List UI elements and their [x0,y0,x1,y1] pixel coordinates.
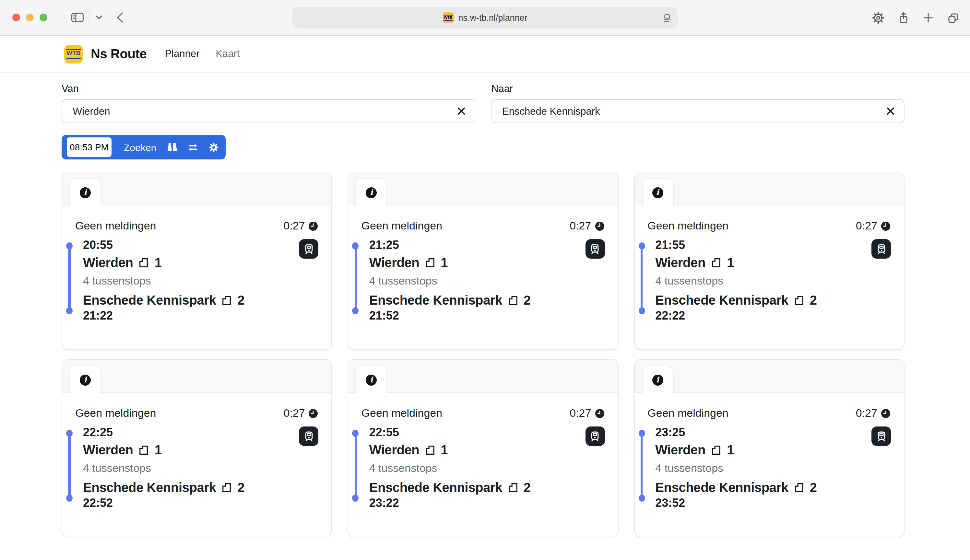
settings-gear-icon[interactable] [872,12,885,24]
journey-card: i Geen meldingen 0:27 [62,359,332,537]
clock-icon [594,408,604,419]
minimize-window-button[interactable] [26,13,34,22]
train-mode-button[interactable] [871,427,891,446]
depart-time: 21:25 [369,238,605,252]
to-station-input[interactable] [491,99,905,123]
clock-icon [594,221,604,232]
train-mode-button[interactable] [299,427,319,446]
clock-icon [308,408,319,419]
train-icon [304,431,314,442]
from-platform: 1 [155,254,162,271]
tab-overview-icon[interactable] [947,12,959,24]
from-station: Wierden [83,442,133,458]
settings-gear-icon[interactable] [208,142,219,153]
arrive-dot [352,307,359,314]
card-info-tab[interactable]: i [356,178,387,206]
from-station: Wierden [655,442,705,458]
page-settings-icon[interactable] [663,13,672,23]
status-text: Geen meldingen [361,220,442,233]
back-button[interactable] [116,12,124,23]
to-station: Enschede Kennispark [655,479,788,496]
train-mode-button[interactable] [585,427,604,446]
card-header-strip: i [634,360,904,393]
share-icon[interactable] [898,12,909,24]
timeline-rail [638,242,645,314]
nav-item-planner[interactable]: Planner [165,48,199,60]
arrive-dot [352,495,359,502]
zoom-window-button[interactable] [40,13,47,22]
stops-text: 4 tussenstops [369,273,605,290]
journey-timeline: 22:55 Wierden 1 4 tussenstops Enschede K… [361,425,605,510]
platform-icon [508,482,518,493]
card-header-strip: i [62,172,332,205]
to-station: Enschede Kennispark [83,479,216,496]
card-header-strip: i [62,360,332,393]
to-platform: 2 [524,479,531,496]
card-body: Geen meldingen 0:27 20:55 Wierde [62,205,332,323]
card-body: Geen meldingen 0:27 23:25 Wierde [634,393,904,510]
nav-item-kaart[interactable]: Kaart [215,48,240,60]
close-window-button[interactable] [12,13,20,22]
card-info-tab[interactable]: i [69,365,101,393]
from-station-input[interactable] [62,99,475,123]
train-mode-button[interactable] [299,239,319,258]
time-input[interactable] [67,137,112,157]
card-info-tab[interactable]: i [641,178,673,206]
train-icon [589,243,600,254]
arrive-dot [638,495,645,502]
train-mode-button[interactable] [585,239,604,258]
binoculars-icon[interactable] [166,142,178,152]
journey-card: i Geen meldingen 0:27 [634,172,905,350]
arrive-dot [66,495,73,502]
train-icon [589,431,600,442]
new-tab-icon[interactable] [923,12,934,23]
info-icon: i [80,374,91,385]
arrive-time: 21:22 [83,308,319,323]
search-button[interactable]: Zoeken [124,142,156,153]
journey-timeline: 20:55 Wierden 1 4 tussenstops Enschede K… [75,238,319,323]
from-platform: 1 [441,442,448,458]
info-icon: i [652,187,663,198]
to-station: Enschede Kennispark [369,292,502,308]
platform-icon [711,444,722,455]
arrive-time: 21:52 [369,308,605,323]
platform-icon [424,444,436,455]
stops-text: 4 tussenstops [655,460,891,477]
url-text: ns.w-tb.nl/planner [458,13,527,23]
to-platform: 2 [237,292,244,308]
clear-from-button[interactable] [452,102,470,120]
train-icon [304,243,314,254]
status-text: Geen meldingen [75,407,156,420]
card-header-strip: i [349,360,618,393]
to-station: Enschede Kennispark [655,292,788,308]
swap-directions-icon[interactable] [187,142,199,152]
train-mode-button[interactable] [871,239,891,258]
journey-card: i Geen meldingen 0:27 [348,359,619,537]
divider [89,10,90,25]
clear-to-button[interactable] [882,102,899,120]
to-platform: 2 [524,292,531,308]
card-header-strip: i [634,172,904,205]
card-info-tab[interactable]: i [356,365,387,393]
from-station: Wierden [369,254,419,271]
chevron-down-icon[interactable] [95,15,102,20]
platform-icon [711,257,722,268]
to-platform: 2 [810,292,817,308]
card-info-tab[interactable]: i [641,365,673,393]
sidebar-toggle-icon[interactable] [71,12,84,23]
card-info-tab[interactable]: i [69,178,101,206]
timeline-line [354,433,357,498]
address-bar[interactable]: WTB ns.w-tb.nl/planner [292,7,678,28]
clock-icon [880,221,891,232]
platform-icon [139,257,149,268]
status-text: Geen meldingen [648,220,728,233]
to-station: Enschede Kennispark [83,292,216,308]
timeline-line [68,433,71,498]
from-station: Wierden [369,442,419,458]
to-platform: 2 [237,479,244,496]
journey-timeline: 21:55 Wierden 1 4 tussenstops Enschede K… [648,238,891,323]
timeline-line [641,433,643,498]
train-icon [876,243,887,254]
status-text: Geen meldingen [648,407,728,420]
duration-text: 0:27 [283,407,305,420]
